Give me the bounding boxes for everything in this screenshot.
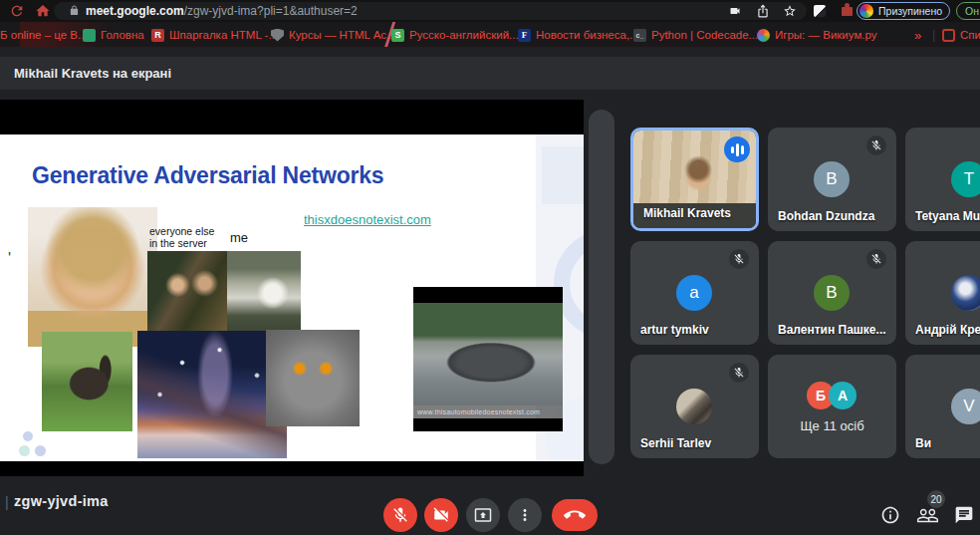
participant-tile-mikhail[interactable]: Mikhail Kravets (630, 128, 759, 231)
call-end-icon (564, 504, 586, 526)
bookmark-item[interactable]: c_ Python | Codecade... (633, 22, 758, 48)
mic-toggle-button[interactable] (383, 498, 417, 532)
participant-grid: Mikhail Kravets B Bohdan Dzundza T Tetya… (630, 128, 980, 458)
browser-toolbar: meet.google.com/zgw-yjvd-ima?pli=1&authu… (0, 0, 980, 22)
participant-tile-valentyn[interactable]: В Валентин Пашке... (768, 241, 896, 345)
presenting-banner: Mikhail Kravets на екрані (0, 57, 980, 90)
more-options-button[interactable] (508, 498, 542, 532)
home-icon[interactable] (35, 3, 51, 19)
car-letterbox-top (413, 287, 563, 303)
bookmark-favicon (83, 29, 96, 42)
bookmark-favicon: R (151, 29, 164, 42)
profile-avatar (859, 4, 873, 18)
url-text[interactable]: meet.google.com/zgw-yjvd-ima?pli=1&authu… (86, 4, 358, 18)
mic-off-icon (729, 249, 749, 269)
bookmarks-overflow-chevron[interactable]: » (914, 22, 921, 48)
reading-list-button[interactable]: Спис (942, 22, 980, 48)
bookmark-item[interactable]: Б online – це В... (0, 22, 88, 48)
meet-control-bar: | zgw-yjvd-ima 20 (0, 485, 980, 535)
code-separator: | (5, 494, 9, 510)
reload-icon[interactable] (9, 3, 25, 19)
generated-car-image: www.thisautomobiledoesnotexist.com (413, 287, 563, 431)
avatar-photo (676, 389, 712, 424)
avatar: V (951, 389, 980, 424)
speaking-indicator-icon (724, 136, 750, 162)
more-avatar-2: А (829, 382, 857, 409)
profile-paused-badge[interactable]: Призупинено (857, 2, 950, 20)
share-icon[interactable] (756, 4, 770, 18)
mic-off-icon (391, 506, 409, 524)
bookmark-star-icon[interactable] (783, 4, 797, 18)
generated-face-image (28, 207, 157, 347)
mic-off-icon (729, 363, 749, 383)
slide-title: Generative Adversarial Networks (32, 162, 383, 189)
meme-caption-me: me (230, 230, 248, 245)
avatar: T (951, 161, 980, 197)
bookmark-item[interactable]: R Шпаргалка HTML -... (151, 22, 278, 48)
bookmark-item[interactable]: F Новости бизнеса,... (518, 22, 639, 48)
presentation-slide: Generative Adversarial Networks thisxdoe… (0, 134, 584, 461)
meme-caption: everyone else in the server (149, 225, 214, 250)
bookmark-item[interactable]: Головна (83, 22, 144, 48)
car-letterbox-bottom (413, 418, 563, 431)
videocam-off-icon (432, 506, 450, 524)
bookmark-item[interactable]: Игры: — Викиум.ру (757, 22, 877, 48)
camera-toggle-button[interactable] (424, 498, 458, 532)
participant-tile-serhii[interactable]: Serhii Tarlev (630, 355, 759, 458)
participant-tile-andrii[interactable]: Андрій Крех (905, 241, 980, 345)
stage-resize-handle[interactable] (589, 110, 614, 464)
participant-tile-tetyana[interactable]: T Tetyana Mukh (905, 128, 980, 231)
presenting-banner-text: Mikhail Kravets на екрані (14, 66, 171, 81)
more-participants-label: Ще 11 осіб (768, 418, 896, 433)
bookmark-item[interactable]: S Русско-английский... (391, 22, 519, 48)
chat-button[interactable] (954, 505, 974, 525)
url-path: /zgw-yjvd-ima?pli=1&authuser=2 (184, 4, 358, 18)
more-vert-icon (516, 506, 534, 524)
online-label: Он (965, 5, 979, 17)
present-icon (474, 506, 492, 524)
participant-name: Андрій Крех (915, 323, 980, 337)
slide-dot-decoration (19, 445, 30, 456)
self-tile[interactable]: V Ви (905, 355, 980, 458)
participant-name: Mikhail Kravets (643, 206, 731, 220)
slide-dot-decoration (23, 431, 33, 441)
paused-label: Призупинено (878, 5, 942, 17)
bookmark-favicon: F (518, 29, 531, 42)
lock-icon (69, 5, 80, 16)
end-call-button[interactable] (552, 499, 598, 531)
bookmark-favicon: c_ (633, 29, 646, 42)
avatar: B (814, 161, 850, 197)
present-button[interactable] (466, 498, 500, 532)
meme-image-right (227, 251, 301, 332)
participant-name: Serhii Tarlev (640, 436, 711, 450)
bookmark-item[interactable]: Курсы — HTML Ас... (271, 22, 396, 48)
online-badge[interactable]: Он (956, 2, 980, 20)
meeting-details-button[interactable] (880, 505, 900, 525)
stray-quote: ' (8, 250, 11, 268)
participant-count-badge: 20 (927, 490, 945, 508)
more-participants-tile[interactable]: Б А Ще 11 осіб (768, 355, 896, 458)
shared-screen-tile[interactable]: Generative Adversarial Networks thisxdoe… (0, 100, 584, 476)
avatar-photo (951, 275, 980, 311)
extensions-puzzle-icon[interactable] (842, 7, 853, 16)
slide-link: thisxdoesnotexist.com (304, 212, 431, 227)
reading-list-icon (942, 29, 955, 42)
participant-tile-artur[interactable]: a artur tymkiv (630, 241, 759, 345)
bookmark-favicon-shield (271, 29, 284, 42)
meme-image-left (147, 251, 227, 332)
url-host: meet.google.com (86, 4, 184, 18)
extension-icon[interactable] (814, 5, 826, 17)
participant-tile-bohdan[interactable]: B Bohdan Dzundza (768, 128, 896, 231)
bookmark-favicon: S (391, 29, 404, 42)
google-meet-window: meet.google.com/zgw-yjvd-ima?pli=1&authu… (0, 0, 980, 535)
avatar: В (814, 275, 850, 311)
generated-horse-image (42, 332, 132, 431)
meeting-code: zgw-yjvd-ima (14, 493, 109, 509)
camera-permission-icon[interactable] (728, 5, 742, 17)
participant-name: Bohdan Dzundza (778, 209, 874, 223)
mic-off-icon (866, 135, 886, 155)
participant-name: artur tymkiv (640, 323, 709, 337)
bookmarks-separator: | (932, 22, 935, 48)
mic-off-icon (866, 249, 886, 269)
generated-nightsky-image (137, 331, 287, 458)
